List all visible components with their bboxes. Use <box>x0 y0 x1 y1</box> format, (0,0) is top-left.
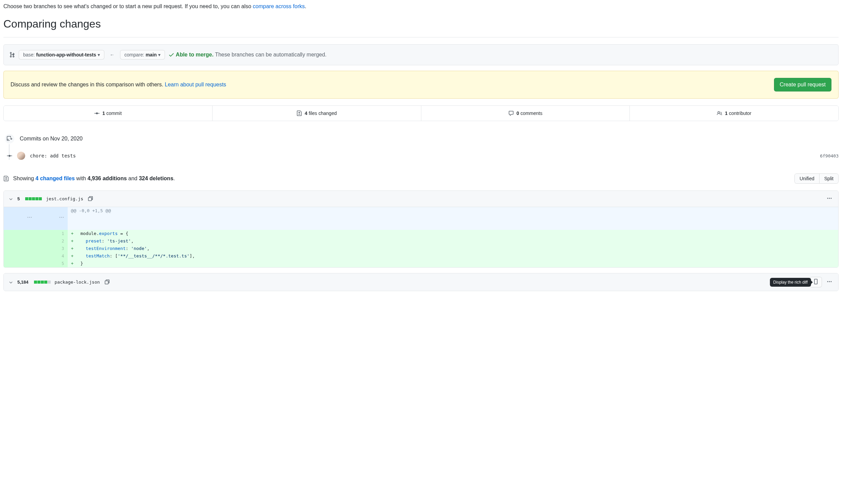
showing-prefix: Showing <box>13 175 35 181</box>
line-number-new: 5 <box>36 260 68 267</box>
hunk-text: @@ -0,0 +1,5 @@ <box>68 207 838 230</box>
contrib-count: 1 <box>725 111 728 116</box>
tab-contributors[interactable]: 1 contributor <box>630 106 838 121</box>
file-name-link[interactable]: jest.config.js <box>46 196 83 201</box>
compare-across-forks-link[interactable]: compare across forks <box>253 3 305 9</box>
svg-point-5 <box>31 217 32 218</box>
commit-row: chore: add tests 6f90403 <box>7 152 839 160</box>
line-number-old <box>4 252 36 260</box>
commit-icon <box>94 111 100 116</box>
diff-view-toggle: Unified Split <box>794 173 839 184</box>
changed-files-link[interactable]: 4 changed files <box>35 175 75 181</box>
compare-branch-select[interactable]: compare: main ▾ <box>120 50 165 60</box>
file-diff-package-lock: 5,184 package-lock.json Display the rich… <box>3 273 839 291</box>
file-header: 5,184 package-lock.json Display the rich… <box>4 273 838 291</box>
diff-stat-blocks <box>25 197 42 200</box>
diff-table: @@ -0,0 +1,5 @@ 1+module.exports = {2+ p… <box>4 207 838 267</box>
base-label: base: <box>23 52 35 57</box>
deletions-count: 324 deletions <box>139 175 173 181</box>
svg-point-0 <box>827 198 828 199</box>
unified-button[interactable]: Unified <box>794 173 820 184</box>
pr-prompt-text: Discuss and review the changes in this c… <box>11 82 165 87</box>
commits-count: 1 <box>102 111 105 116</box>
svg-point-10 <box>829 281 830 282</box>
svg-point-9 <box>827 281 828 282</box>
line-number-new: 1 <box>36 230 68 237</box>
expand-icon[interactable] <box>4 207 36 230</box>
chevron-down-icon[interactable] <box>9 197 13 201</box>
pr-prompt-bar: Discuss and review the changes in this c… <box>3 71 839 99</box>
diff-marker: + <box>68 237 77 245</box>
commit-date-text: Commits on Nov 20, 2020 <box>20 136 83 142</box>
split-button[interactable]: Split <box>820 173 839 184</box>
diff-code: module.exports = { <box>77 230 838 237</box>
diff-showing-bar: Showing 4 changed files with 4,936 addit… <box>3 173 839 184</box>
line-number-old <box>4 230 36 237</box>
diff-line: 3+ testEnvironment: 'node', <box>4 245 838 252</box>
create-pull-request-button[interactable]: Create pull request <box>774 78 831 91</box>
svg-point-8 <box>63 217 64 218</box>
git-compare-icon <box>9 52 15 58</box>
diff-code: testMatch: ['**/__tests__/**/*.test.ts']… <box>77 252 838 260</box>
svg-point-3 <box>27 217 28 218</box>
avatar[interactable] <box>17 152 25 160</box>
svg-point-2 <box>831 198 832 199</box>
hunk-header: @@ -0,0 +1,5 @@ <box>4 207 838 230</box>
diff-marker: + <box>68 260 77 267</box>
caret-down-icon: ▾ <box>158 52 161 57</box>
commits-timeline: Commits on Nov 20, 2020 chore: add tests… <box>9 133 839 160</box>
compare-tabs: 1 commit 4 files changed 0 comments 1 co… <box>3 105 839 121</box>
comments-label: comments <box>520 111 542 116</box>
svg-point-6 <box>59 217 60 218</box>
file-kebab-menu[interactable] <box>825 278 833 287</box>
commit-message-link[interactable]: chore: add tests <box>30 153 76 158</box>
commit-sha-link[interactable]: 6f90403 <box>820 153 839 158</box>
diff-stat-blocks <box>34 281 51 284</box>
diff-line: 4+ testMatch: ['**/__tests__/**/*.test.t… <box>4 252 838 260</box>
diff-line: 1+module.exports = { <box>4 230 838 237</box>
merge-detail: These branches can be automatically merg… <box>215 52 326 57</box>
file-diff-icon <box>3 176 9 181</box>
diff-marker: + <box>68 230 77 237</box>
svg-point-7 <box>61 217 62 218</box>
diff-marker: + <box>68 252 77 260</box>
diff-marker: + <box>68 245 77 252</box>
merge-able: Able to merge. <box>176 52 214 57</box>
compare-value: main <box>146 52 157 57</box>
line-number-old <box>4 237 36 245</box>
diff-line-count: 5,184 <box>17 280 29 285</box>
intro-suffix: . <box>305 3 306 9</box>
base-branch-select[interactable]: base: function-app-without-tests ▾ <box>19 50 104 60</box>
svg-point-1 <box>829 198 830 199</box>
tab-commits[interactable]: 1 commit <box>4 106 213 121</box>
commits-label: commit <box>106 111 122 116</box>
file-diff-jest-config: 5 jest.config.js @@ -0,0 +1,5 @@ 1+modul… <box>3 190 839 268</box>
tab-comments[interactable]: 0 comments <box>421 106 630 121</box>
page-title: Comparing changes <box>3 18 839 30</box>
learn-pull-requests-link[interactable]: Learn about pull requests <box>165 82 226 87</box>
tab-files-changed[interactable]: 4 files changed <box>213 106 421 121</box>
arrow-left-icon: ← <box>108 52 117 57</box>
compare-bar: base: function-app-without-tests ▾ ← com… <box>3 44 839 65</box>
files-label: files changed <box>309 111 337 116</box>
showing-mid2: and <box>127 175 139 181</box>
diff-line: 2+ preset: 'ts-jest', <box>4 237 838 245</box>
copy-path-button[interactable] <box>104 278 111 286</box>
chevron-down-icon[interactable] <box>9 280 13 285</box>
file-kebab-menu[interactable] <box>825 194 833 203</box>
divider <box>3 37 839 37</box>
comment-icon <box>508 111 514 116</box>
file-diff-icon <box>297 111 302 116</box>
line-number-old <box>4 245 36 252</box>
comments-count: 0 <box>517 111 519 116</box>
showing-suffix: . <box>173 175 175 181</box>
expand-icon[interactable] <box>36 207 68 230</box>
line-number-new: 2 <box>36 237 68 245</box>
line-number-old <box>4 260 36 267</box>
additions-count: 4,936 additions <box>87 175 127 181</box>
base-value: function-app-without-tests <box>36 52 96 57</box>
diff-code: } <box>77 260 838 267</box>
check-icon <box>168 52 174 58</box>
file-name-link[interactable]: package-lock.json <box>55 280 100 285</box>
copy-path-button[interactable] <box>87 195 94 203</box>
